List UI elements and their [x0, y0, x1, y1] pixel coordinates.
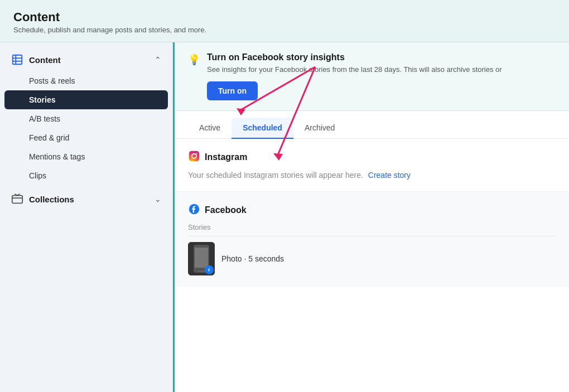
facebook-section: Facebook Stories — [175, 192, 569, 287]
story-thumbnail — [188, 242, 215, 275]
insight-title: Turn on Facebook story insights — [207, 52, 556, 62]
sidebar-item-stories[interactable]: Stories — [4, 90, 168, 109]
svg-rect-11 — [195, 248, 208, 268]
svg-rect-5 — [189, 151, 199, 161]
instagram-icon — [188, 150, 200, 164]
story-info: Photo · 5 seconds — [221, 254, 284, 263]
bulb-icon: 💡 — [188, 54, 200, 66]
sidebar-item-feed-grid[interactable]: Feed & grid — [0, 128, 172, 147]
content-area: 💡 Turn on Facebook story insights See in… — [173, 42, 569, 392]
sidebar-collections[interactable]: Collections ⌄ — [0, 187, 172, 211]
instagram-platform-name: Instagram — [205, 152, 247, 162]
chevron-up-icon: ⌃ — [155, 55, 161, 64]
page-title: Content — [13, 10, 556, 25]
turn-on-button[interactable]: Turn on — [207, 81, 258, 100]
story-item: Photo · 5 seconds — [188, 242, 556, 275]
tab-archived[interactable]: Archived — [293, 118, 346, 139]
tab-active[interactable]: Active — [188, 118, 232, 139]
sidebar: Content ⌃ Posts & reels Stories A/B test… — [0, 42, 173, 392]
collections-label: Collections — [29, 195, 74, 204]
svg-rect-4 — [12, 196, 22, 204]
sidebar-items: Posts & reels Stories A/B tests Feed & g… — [0, 71, 172, 185]
sidebar-section-content[interactable]: Content ⌃ — [0, 49, 172, 70]
facebook-stories-label: Stories — [188, 223, 556, 236]
facebook-platform-name: Facebook — [205, 205, 247, 215]
sidebar-item-clips[interactable]: Clips — [0, 166, 172, 185]
sidebar-section-title: Content — [29, 55, 61, 65]
create-story-link[interactable]: Create story — [368, 171, 411, 180]
svg-rect-0 — [13, 55, 22, 65]
sidebar-item-posts-reels[interactable]: Posts & reels — [0, 71, 172, 90]
svg-point-7 — [196, 153, 197, 154]
svg-rect-12 — [198, 271, 205, 272]
insight-description: See insights for your Facebook stories f… — [207, 65, 556, 75]
tab-scheduled[interactable]: Scheduled — [232, 118, 293, 139]
facebook-icon — [188, 203, 200, 217]
page-subtitle: Schedule, publish and manage posts and s… — [13, 26, 556, 34]
instagram-section: Instagram Your scheduled Instagram stori… — [175, 139, 569, 192]
insight-banner: 💡 Turn on Facebook story insights See in… — [175, 42, 569, 111]
sidebar-item-mentions-tags[interactable]: Mentions & tags — [0, 147, 172, 166]
collections-icon — [11, 193, 23, 205]
sidebar-item-ab-tests[interactable]: A/B tests — [0, 109, 172, 128]
story-type-duration: Photo · 5 seconds — [221, 254, 284, 263]
tabs-row: Active Scheduled Archived — [175, 111, 569, 139]
page-header: Content Schedule, publish and manage pos… — [0, 0, 569, 42]
content-icon — [11, 54, 23, 66]
insight-content: Turn on Facebook story insights See insi… — [207, 52, 556, 100]
instagram-empty-message: Your scheduled Instagram stories will ap… — [188, 170, 556, 180]
chevron-down-icon: ⌄ — [155, 195, 161, 204]
